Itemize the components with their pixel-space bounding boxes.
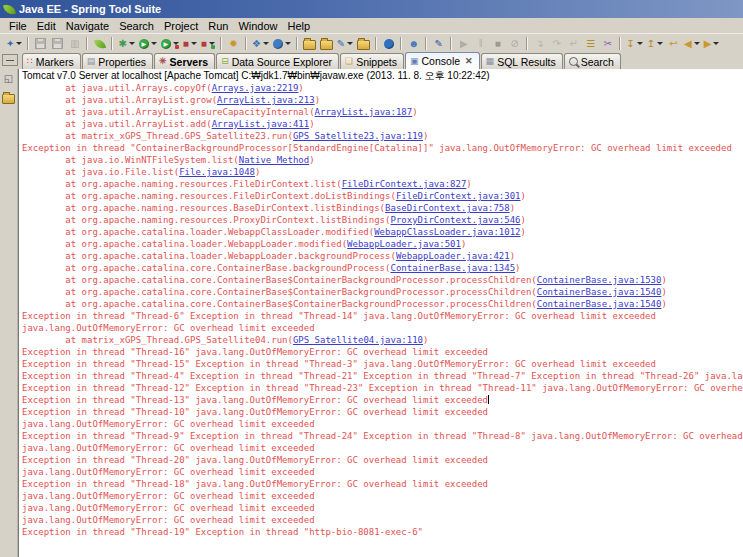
chevron-down-icon[interactable] [263,42,269,45]
next-annotation-icon[interactable]: ↧ [625,36,643,51]
stack-trace-link[interactable]: ArrayList.java:187 [315,107,413,117]
new-wizard-icon[interactable]: ✦ [5,36,23,51]
menu-file[interactable]: File [4,20,32,32]
stack-trace-link[interactable]: GPS_Satellite04.java:110 [293,335,423,345]
console-line: at org.apache.catalina.core.ContainerBas… [22,262,743,274]
console-line: Exception in thread "Thread-13" java.lan… [22,394,743,406]
import-folder-icon[interactable] [319,36,334,51]
prev-annotation-icon[interactable]: ↥ [646,36,664,51]
globe-icon[interactable] [381,36,396,51]
toolbar-separator [220,37,222,50]
console-line: at org.apache.catalina.loader.WebappLoad… [22,238,743,250]
debug-icon[interactable]: ✱ [117,36,135,51]
tab-properties[interactable]: ▤Properties [82,53,153,69]
run-icon[interactable]: ▶ [138,36,158,51]
tab-servers[interactable]: ✳Servers [154,53,215,69]
stack-trace-link[interactable]: WebappLoader.java:421 [396,251,510,261]
print-icon: ▥ [67,36,82,51]
spring-leaf-icon[interactable] [92,36,107,51]
menu-run[interactable]: Run [203,20,233,32]
menu-search[interactable]: Search [114,20,159,32]
chevron-down-icon[interactable] [347,42,353,45]
pencil-icon[interactable]: ✎ [431,36,446,51]
console-text: ) [661,299,666,309]
step-return-icon: ↵ [566,36,581,51]
console-line: at java.util.ArrayList.ensureCapacityInt… [22,106,743,118]
stack-trace-link[interactable]: GPS_Satellite23.java:119 [293,131,423,141]
tab-sql-results[interactable]: ▦SQL Results [481,53,563,69]
console-text: ) [461,239,466,249]
chevron-down-icon[interactable] [151,42,157,45]
new-web-wizard-icon[interactable]: ❖ [251,36,270,51]
tab-console[interactable]: ▣Console✕ [405,52,480,69]
stop-icon[interactable]: ■ [182,36,198,51]
team-users-icon[interactable]: ☻ [406,36,421,51]
main-toolbar: ✦▥✱▶▶■■✹❖✎☻✎▶‖■⊘↴↷↵☰✂↧↥↩◀▶ [0,33,743,52]
spring-logo-icon [3,2,16,15]
open-resource-icon[interactable] [356,36,371,51]
forward-icon[interactable]: ▶ [703,36,721,51]
menu-help[interactable]: Help [283,20,316,32]
chevron-down-icon[interactable] [129,42,135,45]
menu-project[interactable]: Project [159,20,203,32]
restore-view-icon[interactable]: ◱ [1,71,16,86]
chevron-down-icon[interactable] [713,42,719,45]
console-text: Exception in thread "Thread-6" Exception… [22,311,656,321]
console-line: at org.apache.naming.resources.FileDirCo… [22,190,743,202]
menu-window[interactable]: Window [233,20,282,32]
console-line: at org.apache.catalina.loader.WebappClas… [22,226,743,238]
close-icon[interactable]: ✕ [465,56,473,66]
console-text: Exception in thread "Thread-13" java.lan… [22,395,488,405]
stack-trace-link[interactable]: ProxyDirContext.java:546 [390,215,520,225]
stack-trace-link[interactable]: WebappLoader.java:501 [347,239,461,249]
tab-data-source-explorer[interactable]: ⊟Data Source Explorer [216,53,339,69]
fast-view-bar-handle[interactable] [2,54,18,66]
console-line: Exception in thread "ContainerBackground… [22,142,743,154]
chevron-down-icon[interactable] [191,42,197,45]
project-explorer-icon[interactable] [1,90,16,105]
chevron-down-icon[interactable] [694,42,700,45]
web-browser-icon[interactable] [272,36,292,51]
stack-trace-link[interactable]: WebappClassLoader.java:1012 [374,227,520,237]
menu-edit[interactable]: Edit [32,20,61,32]
stack-trace-link[interactable]: ContainerBase.java:1530 [537,275,662,285]
terminate-icon: ■ [495,39,501,49]
chevron-down-icon[interactable] [16,42,22,45]
menu-navigate[interactable]: Navigate [61,20,114,32]
chevron-down-icon[interactable] [285,42,291,45]
last-edit-location-icon[interactable]: ↩ [666,36,681,51]
tab-search[interactable]: Search [564,53,621,69]
chevron-down-icon[interactable] [637,42,643,45]
stack-trace-link[interactable]: FileDirContext.java:827 [342,179,467,189]
relaunch-icon[interactable]: ■ [200,36,216,51]
stack-trace-link[interactable]: BaseDirContext.java:758 [385,203,510,213]
step-into-icon: ↴ [536,39,544,49]
back-icon[interactable]: ◀ [683,36,701,51]
tab-markers[interactable]: ∷Markers [22,53,81,69]
open-folder-icon[interactable] [302,36,317,51]
stack-trace-link[interactable]: Native Method [239,155,309,165]
console-line: Exception in thread "Thread-18" java.lan… [22,478,743,490]
console-text: ) [298,83,303,93]
stack-trace-link[interactable]: ArrayList.java:411 [212,119,310,129]
fast-view-rail: ◱ [0,69,18,557]
stack-trace-link[interactable]: ContainerBase.java:1345 [390,263,515,273]
console-line: at java.util.ArrayList.grow(ArrayList.ja… [22,94,743,106]
new-java-ee-icon[interactable]: ✹ [226,36,241,51]
stack-trace-link[interactable]: Arrays.java:2219 [212,83,299,93]
use-step-filters-icon[interactable]: ✂ [600,36,615,51]
console-line: Exception in thread "Thread-16" java.lan… [22,346,743,358]
new-web-wizard-icon: ❖ [252,39,261,49]
edit-annotation-icon[interactable]: ✎ [336,36,354,51]
run-history-icon[interactable]: ▶ [160,36,180,51]
console-output[interactable]: at java.util.Arrays.copyOf(Arrays.java:2… [19,82,743,557]
drop-to-frame-icon[interactable]: ☰ [583,36,598,51]
tab-snippets[interactable]: ❏Snippets [340,53,404,69]
stack-trace-link[interactable]: ArrayList.java:213 [217,95,315,105]
stack-trace-link[interactable]: ContainerBase.java:1540 [537,287,662,297]
chevron-down-icon[interactable] [657,42,663,45]
stack-trace-link[interactable]: FileDirContext.java:301 [396,191,521,201]
stack-trace-link[interactable]: File.java:1048 [179,167,255,177]
globe-icon [384,39,394,49]
stack-trace-link[interactable]: ContainerBase.java:1540 [537,299,662,309]
